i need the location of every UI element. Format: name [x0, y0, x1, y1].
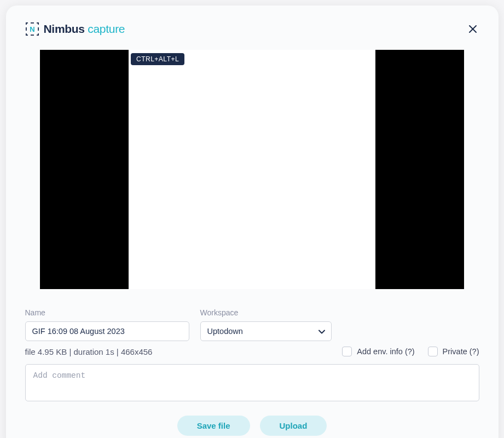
meta-row: file 4.95 KB | duration 1s | 466x456 Add… — [25, 347, 479, 356]
shortcut-badge: CTRL+ALT+L — [131, 53, 184, 65]
svg-rect-11 — [38, 27, 39, 31]
workspace-field-group: Workspace — [200, 308, 332, 341]
env-info-option[interactable]: Add env. info (?) — [342, 347, 414, 356]
logo-text-nimbus: Nimbus — [44, 22, 85, 35]
options-checks: Add env. info (?) Private (?) — [342, 347, 479, 356]
name-field-group: Name — [25, 308, 189, 341]
svg-rect-10 — [26, 27, 27, 31]
workspace-label: Workspace — [200, 308, 332, 317]
private-checkbox[interactable] — [428, 347, 438, 356]
name-label: Name — [25, 308, 189, 317]
action-buttons: Save file Upload — [25, 416, 479, 436]
logo-text-capture: capture — [85, 22, 125, 35]
close-button[interactable] — [466, 22, 479, 36]
name-input[interactable] — [25, 321, 189, 341]
form-row: Name Workspace — [25, 308, 479, 341]
file-info: file 4.95 KB | duration 1s | 466x456 — [25, 347, 153, 356]
svg-text:N: N — [30, 25, 34, 33]
env-info-label: Add env. info (?) — [357, 347, 414, 356]
nimbus-logo-icon: N — [25, 22, 39, 36]
save-file-button[interactable]: Save file — [177, 416, 250, 436]
svg-rect-3 — [38, 22, 39, 25]
private-label: Private (?) — [443, 347, 479, 356]
capture-dialog: N Nimbus capture CTRL+ALT+L Name Workspa… — [6, 5, 499, 438]
upload-button[interactable]: Upload — [260, 416, 327, 436]
svg-rect-1 — [26, 22, 27, 25]
svg-rect-7 — [38, 33, 39, 36]
preview-content: CTRL+ALT+L — [129, 50, 375, 289]
workspace-value[interactable] — [200, 321, 332, 341]
close-icon — [468, 25, 477, 33]
env-info-checkbox[interactable] — [342, 347, 352, 356]
comment-input[interactable] — [25, 364, 479, 401]
logo: N Nimbus capture — [25, 22, 125, 36]
workspace-select[interactable] — [200, 321, 332, 341]
svg-rect-5 — [26, 33, 27, 36]
logo-text: Nimbus capture — [44, 22, 125, 36]
capture-preview: CTRL+ALT+L — [40, 50, 464, 289]
svg-rect-9 — [31, 34, 34, 36]
private-option[interactable]: Private (?) — [428, 347, 479, 356]
dialog-header: N Nimbus capture — [25, 22, 479, 36]
svg-rect-8 — [31, 22, 34, 24]
